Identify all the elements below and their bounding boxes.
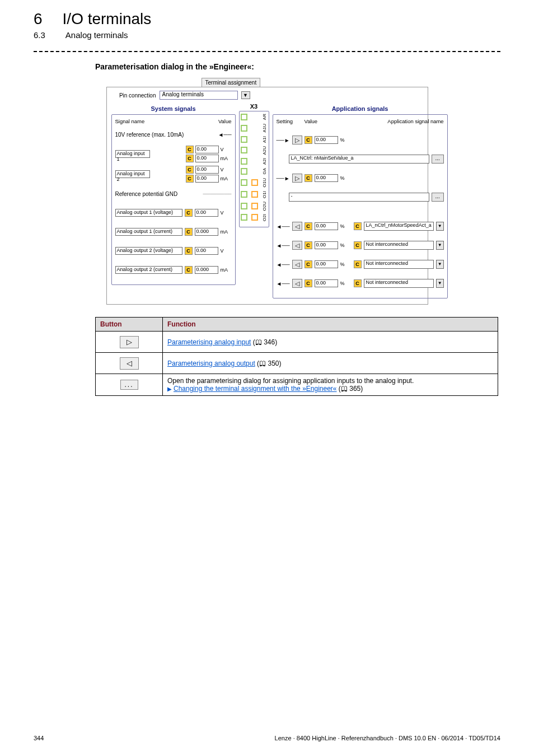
arrow-left-icon: ◄── xyxy=(277,281,290,287)
app-o2u-signal[interactable]: Not interconnected xyxy=(364,260,434,269)
c-chip-icon[interactable]: C xyxy=(185,228,193,236)
ao1-current-label: Analog output 1 (current) xyxy=(115,228,182,236)
terminal-box-icon xyxy=(241,125,247,132)
unit-v: V xyxy=(221,167,232,172)
terminal-box-icon xyxy=(241,147,247,153)
terminal-box-icon xyxy=(251,191,258,198)
arrow-right-icon: ──► xyxy=(277,137,290,143)
c-chip-icon[interactable]: C xyxy=(186,175,194,183)
assign-more-button[interactable]: ... xyxy=(432,155,444,164)
analog-input-1-label: Analog input 1 xyxy=(115,150,150,158)
terminal-a2i: A2I xyxy=(262,158,268,165)
ao2-current-label: Analog output 2 (current) xyxy=(115,266,182,274)
c-chip-icon[interactable]: C xyxy=(354,279,362,287)
param-output-button[interactable]: ◁ xyxy=(292,279,302,288)
c-chip-icon[interactable]: C xyxy=(305,174,312,182)
c-chip-icon[interactable]: C xyxy=(186,146,194,153)
app-o2u-value: 0.00 xyxy=(315,260,338,268)
page-ref: 365 xyxy=(349,385,360,393)
app-o1u-value: 0.00 xyxy=(315,222,338,230)
terminal-box-icon xyxy=(241,203,247,209)
ai1-v-value: 0.00 xyxy=(195,146,219,153)
c-chip-icon[interactable]: C xyxy=(305,222,312,230)
param-analog-output-link[interactable]: Parameterising analog output xyxy=(167,360,255,367)
dropdown-icon[interactable]: ▼ xyxy=(436,241,444,250)
pin-connection-dropdown-icon[interactable]: ▼ xyxy=(241,91,250,99)
triangle-icon: ▶ xyxy=(167,386,172,392)
function-cell: Open the parameterising dialog for assig… xyxy=(163,374,498,396)
c-chip-icon[interactable]: C xyxy=(185,266,193,274)
ref-gnd-label: Reference potential GND xyxy=(115,191,201,197)
param-output-button[interactable]: ◁ xyxy=(292,260,302,269)
app-o2i-signal[interactable]: Not interconnected xyxy=(364,279,434,288)
app-o1u-signal[interactable]: LA_nCtrl_nMotorSpeedAct_a xyxy=(364,222,434,231)
assign-more-button[interactable]: ... xyxy=(432,193,444,202)
system-signals-header: System signals xyxy=(111,103,236,114)
c-chip-icon[interactable]: C xyxy=(305,241,312,249)
app-signal-name-header: Application signal name xyxy=(338,118,444,124)
c-chip-icon[interactable]: C xyxy=(185,209,193,217)
section-title: Analog terminals xyxy=(65,30,128,40)
signal-name-header: Signal name xyxy=(115,118,198,124)
dropdown-icon[interactable]: ▼ xyxy=(436,279,444,288)
c-chip-icon[interactable]: C xyxy=(186,155,194,162)
ao2-ma-value: 0.000 xyxy=(195,266,218,274)
terminal-box-icon xyxy=(241,114,247,120)
c-chip-icon[interactable]: C xyxy=(185,247,193,255)
unit-v: V xyxy=(221,248,232,254)
param-analog-input-link[interactable]: Parameterising analog input xyxy=(167,338,251,346)
c-chip-icon[interactable]: C xyxy=(305,260,312,268)
c-chip-icon[interactable]: C xyxy=(354,222,362,230)
changing-terminal-assignment-link[interactable]: Changing the terminal assignment with th… xyxy=(174,385,337,393)
terminal-a1u: A1U xyxy=(262,124,268,133)
arrow-left-icon: ◄── xyxy=(277,262,290,268)
app-o2i-value: 0.00 xyxy=(315,279,338,287)
pin-connection-select[interactable]: Analog terminals xyxy=(160,91,238,100)
terminal-box-icon xyxy=(241,168,247,175)
c-chip-icon[interactable]: C xyxy=(354,241,362,249)
arrow-left-icon: ◄── xyxy=(277,223,290,230)
app-in2-signal[interactable]: - xyxy=(289,193,429,202)
app-in2-value: 0.00 xyxy=(315,174,338,182)
arrow-left-icon: ◄── xyxy=(277,242,290,249)
param-output-button[interactable]: ◁ xyxy=(292,241,302,250)
terminal-o2i: O2I xyxy=(262,214,268,221)
table-row: ◁ Parameterising analog output (🕮 350) xyxy=(96,353,498,374)
c-chip-icon[interactable]: C xyxy=(186,166,194,174)
system-signals-box: Signal name Value 10V reference (max. 10… xyxy=(111,114,236,285)
application-signals-header: Application signals xyxy=(273,103,448,114)
dropdown-icon[interactable]: ▼ xyxy=(436,222,444,231)
page-number: 344 xyxy=(34,735,44,741)
x3-header: X3 xyxy=(239,103,269,110)
unit-ma: mA xyxy=(221,267,232,273)
unit-ma: mA xyxy=(221,156,232,161)
book-icon: 🕮 xyxy=(255,338,262,346)
param-input-button[interactable]: ▷ xyxy=(292,174,302,183)
arrow-left-icon: ◄── xyxy=(218,132,231,138)
setting-header: Setting xyxy=(277,118,305,124)
param-input-button[interactable]: ▷ xyxy=(292,136,302,144)
app-o1i-signal[interactable]: Not interconnected xyxy=(364,241,434,250)
ai2-v-value: 0.00 xyxy=(195,166,219,174)
terminal-box-icon xyxy=(241,191,247,198)
unit-pct: % xyxy=(340,262,352,267)
c-chip-icon[interactable]: C xyxy=(305,136,312,144)
ai2-ma-value: 0.00 xyxy=(195,175,219,183)
ref10v-label: 10V reference (max. 10mA) xyxy=(115,132,216,138)
c-chip-icon[interactable]: C xyxy=(305,279,312,287)
terminal-o2u: O2U xyxy=(262,202,268,211)
terminal-box-icon xyxy=(251,179,258,186)
param-output-button[interactable]: ◁ xyxy=(292,222,302,231)
page-ref: 346 xyxy=(264,338,275,346)
unit-pct: % xyxy=(340,137,352,143)
arrow-right-icon: ──► xyxy=(277,175,290,181)
terminal-assignment-tab[interactable]: Terminal assignment xyxy=(202,78,261,87)
dropdown-icon[interactable]: ▼ xyxy=(436,260,444,269)
more-button-icon: ... xyxy=(120,380,138,390)
divider xyxy=(34,51,500,52)
c-chip-icon[interactable]: C xyxy=(354,260,362,268)
book-icon: 🕮 xyxy=(259,360,266,367)
app-in1-signal[interactable]: LA_NCtrl: nMainSetValue_a xyxy=(289,155,429,164)
button-cell: ◁ xyxy=(96,353,163,374)
button-cell: ... xyxy=(96,374,163,396)
